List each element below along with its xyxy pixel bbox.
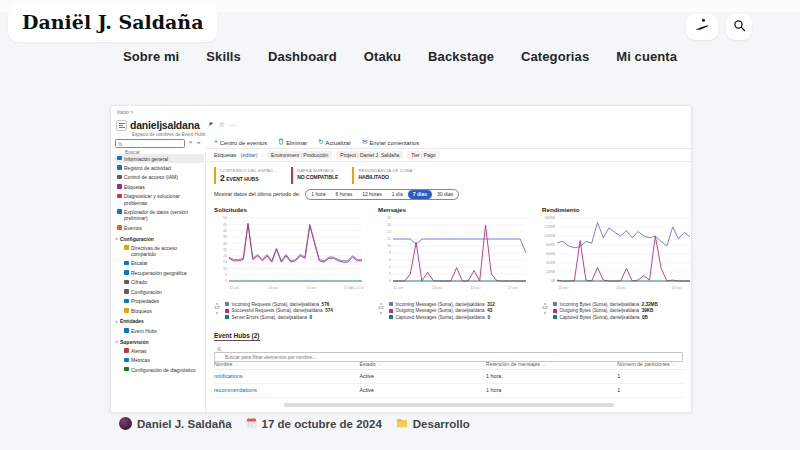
sidebar-item-bloqueos[interactable]: Bloqueos (122, 306, 204, 315)
svg-text:0: 0 (389, 279, 391, 283)
time-option-7-d-as[interactable]: 7 días (408, 190, 432, 199)
event-hub-link[interactable]: recommendations (214, 387, 359, 393)
feedback-icon: ✉ (362, 139, 367, 146)
more-icon[interactable]: ··· (230, 122, 236, 128)
sidebar-section-configuraci-n[interactable]: ∨Configuración (115, 233, 204, 244)
event-hubs-filter[interactable] (214, 345, 683, 355)
nav-item-mi-cuenta[interactable]: Mi cuenta (616, 49, 677, 64)
cell-partitions: 1 (617, 373, 683, 379)
toolbar-actualizar[interactable]: ↻Actualizar (318, 139, 351, 146)
site-logo[interactable]: Daniël J. Saldaña (22, 11, 203, 33)
event-hub-link[interactable]: notifications (214, 373, 359, 379)
event-hubs-filter-input[interactable] (214, 352, 683, 362)
legend-item-outgoing-messages[interactable]: Outgoing Messages (Suma), danieljsaldana… (389, 308, 495, 313)
breadcrumb-separator: > (130, 109, 133, 115)
sidebar-item-diagnosticar-y-solucionar-problemas[interactable]: Diagnosticar y solucionar problemas (115, 192, 204, 208)
nav-item-dashboard[interactable]: Dashboard (268, 49, 337, 64)
sidebar-item-control-de-acceso-iam[interactable]: Control de acceso (IAM) (115, 173, 204, 182)
sidebar-item-event-hubs[interactable]: Event Hubs (122, 326, 204, 335)
legend-pager[interactable]: ∧1/2∨ (212, 302, 222, 320)
horizontal-scrollbar[interactable] (284, 403, 614, 407)
legend-value: 0 (310, 315, 313, 320)
time-option-12-horas[interactable]: 12 horas (357, 190, 386, 199)
breadcrumb[interactable]: Inicio > (117, 109, 133, 115)
time-filter-label: Mostrar datos del último período de: (214, 191, 300, 197)
sidebar-item-eventos[interactable]: Eventos (115, 223, 204, 232)
sidebar-item-icon (117, 225, 122, 230)
tag-pill-1[interactable]: Project : Daniel J. Saldaña (336, 151, 403, 159)
star-icon[interactable]: ☆ (219, 121, 225, 129)
sidebar-section-supervisi-n[interactable]: ∨Supervisión (115, 336, 204, 347)
sidebar-item-label: Directivas de acceso compartido (131, 245, 202, 258)
sidebar-item-propiedades[interactable]: Propiedades (122, 297, 204, 306)
legend-item-incoming-messages[interactable]: Incoming Messages (Suma), danieljsaldana… (389, 302, 495, 307)
sidebar-item-icon (124, 261, 129, 266)
nav-item-sobre-mi[interactable]: Sobre mi (123, 49, 179, 64)
legend-item-captured-messages[interactable]: Captured Messages (Suma), danieljsaldana… (389, 315, 495, 320)
time-option-1-d-a[interactable]: 1 día (387, 190, 408, 199)
legend-item-successful-requests[interactable]: Successful Requests (Suma), danieljsalda… (225, 308, 333, 313)
chart-plot: 18161412108642011 oct13 oct15 oct17 oct (376, 215, 528, 297)
sidebar-collapse-icon[interactable]: « (197, 139, 200, 145)
cell-retention: 1 hora (486, 373, 617, 379)
toolbar-centro-de-eventos[interactable]: +Centro de eventos (214, 139, 267, 146)
toolbar-enviar-comentarios[interactable]: ✉Enviar comentarios (362, 139, 419, 146)
sidebar-section-entidades[interactable]: ∨Entidades (115, 315, 204, 326)
time-option-6-horas[interactable]: 6 horas (330, 190, 357, 199)
chart-title: Rendimiento (542, 206, 691, 213)
legend-item-server-errors[interactable]: Server Errors (Suma), danieljsaldana0 (225, 315, 333, 320)
sidebar-item-etiquetas[interactable]: Etiquetas (115, 182, 204, 191)
resource-title: danieljsaldana (130, 119, 200, 131)
search-icon (733, 18, 746, 36)
sidebar-item-alertas[interactable]: Alertas (122, 346, 204, 355)
svg-text:35: 35 (223, 235, 227, 239)
sidebar-item-cifrado[interactable]: Cifrado (122, 278, 204, 287)
nav-item-backstage[interactable]: Backstage (428, 49, 494, 64)
sidebar-item-configuraci-n-de-diagn-stico[interactable]: Configuración de diagnóstico (122, 365, 204, 374)
legend-item-captured-bytes[interactable]: Captured Bytes (Suma), danieljsaldana0B (553, 315, 658, 320)
table-row: notificationsActive1 hora1 (214, 370, 683, 384)
nav-item-categorias[interactable]: Categorias (521, 49, 589, 64)
event-hubs-tab[interactable]: Event Hubs (2) (214, 332, 260, 341)
sidebar-item-m-tricas[interactable]: Métricas (122, 356, 204, 365)
legend-pager[interactable]: ∧1/2∨ (540, 302, 550, 320)
cell-state: Active (359, 373, 486, 379)
site-search-button[interactable] (726, 14, 752, 40)
chevron-down-icon[interactable]: ∨ (544, 311, 547, 315)
legend-swatch (389, 309, 393, 313)
pin-icon[interactable] (207, 121, 214, 129)
legend-item-incoming-bytes[interactable]: Incoming Bytes (Suma), danieljsaldana2,3… (553, 302, 658, 307)
chart-plot: 140KB120KB100KB80KB60KB40KB20KB0B11 oct1… (540, 215, 691, 297)
tag-pill-0[interactable]: Environment : Producción (267, 151, 332, 159)
svg-text:2: 2 (389, 272, 391, 276)
portal-sidebar-search[interactable] (115, 139, 185, 148)
sidebar-item-recuperaci-n-geogr-fica[interactable]: Recuperación geográfica (122, 268, 204, 277)
legend-item-incoming-requests[interactable]: Incoming Requests (Suma), danieljsaldana… (225, 302, 333, 307)
chevron-down-icon[interactable]: ∨ (216, 311, 219, 315)
legend-label: Outgoing Bytes (Suma), danieljsaldana (560, 308, 640, 313)
chevron-down-icon[interactable]: ∨ (380, 311, 383, 315)
legend-item-outgoing-bytes[interactable]: Outgoing Bytes (Suma), danieljsaldana39K… (553, 308, 658, 313)
svg-text:15: 15 (223, 260, 227, 264)
chart-legend: ∧1/2∨Incoming Bytes (Suma), danieljsalda… (540, 302, 691, 320)
tag-pill-2[interactable]: Tier : Pago (407, 151, 439, 159)
time-option-1-hora[interactable]: 1 hora (306, 190, 330, 199)
legend-value: 0B (642, 315, 648, 320)
sidebar-item-configuraci-n[interactable]: Configuración (122, 287, 204, 296)
sidebar-item-directivas-de-acceso-compartido[interactable]: Directivas de acceso compartido (122, 243, 204, 259)
ski-button[interactable] (686, 14, 718, 40)
legend-value: 574 (325, 308, 333, 313)
sidebar-item-registro-de-actividad[interactable]: Registro de actividad (115, 163, 204, 172)
tags-edit-link[interactable]: (editar) (240, 152, 257, 158)
nav-item-otaku[interactable]: Otaku (364, 49, 401, 64)
search-clear-icon[interactable]: × (189, 139, 192, 145)
time-option-30-d-as[interactable]: 30 días (432, 190, 458, 199)
legend-swatch (553, 309, 557, 313)
sidebar-item-informaci-n-general[interactable]: Información general (115, 154, 204, 163)
toolbar-eliminar[interactable]: Eliminar (278, 138, 307, 147)
nav-item-skills[interactable]: Skills (206, 49, 241, 64)
sidebar-item-explorador-de-datos-versi-n-preliminar[interactable]: Explorador de datos (versión preliminar) (115, 207, 204, 223)
chart-legend: ∧1/2∨Incoming Requests (Suma), danieljsa… (212, 302, 364, 320)
sidebar-item-escalar[interactable]: Escalar (122, 259, 204, 268)
legend-pager[interactable]: ∧1/2∨ (376, 302, 386, 320)
